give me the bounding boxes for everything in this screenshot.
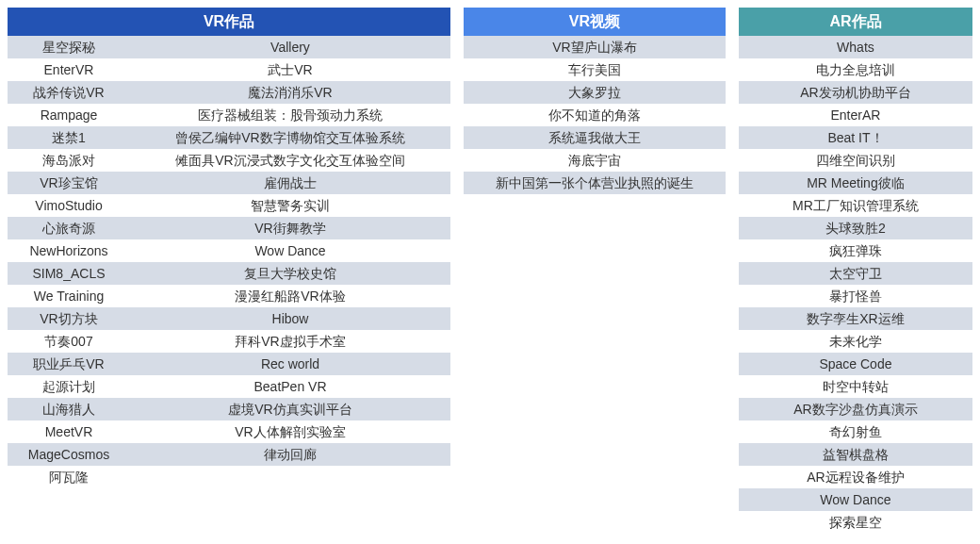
vrworks-cell: 心旅奇源 <box>8 217 130 239</box>
arworks-cell: AR发动机协助平台 <box>739 81 972 104</box>
vrworks-body: 星空探秘ValleryEnterVR武士VR战斧传说VR魔法消消乐VRRampa… <box>8 36 450 488</box>
table-row: AR数字沙盘仿真演示 <box>739 398 972 420</box>
vrworks-cell: 傩面具VR沉浸式数字文化交互体验空间 <box>130 149 450 172</box>
vrworks-section: VR作品 星空探秘ValleryEnterVR武士VR战斧传说VR魔法消消乐VR… <box>8 8 450 488</box>
table-row: 大象罗拉 <box>464 81 726 104</box>
table-row: 数字孪生XR运维 <box>739 307 972 330</box>
vrworks-cell: NewHorizons <box>8 239 130 262</box>
arworks-cell: 未来化学 <box>739 330 972 353</box>
table-row: 海岛派对傩面具VR沉浸式数字文化交互体验空间 <box>8 149 450 172</box>
table-row: Beat IT！ <box>739 126 972 149</box>
vrvideo-cell: 大象罗拉 <box>464 81 726 104</box>
table-row: 阿瓦隆 <box>8 466 450 488</box>
vrworks-header: VR作品 <box>8 8 450 36</box>
table-row: MR工厂知识管理系统 <box>739 194 972 217</box>
vrworks-cell: SIM8_ACLS <box>8 262 130 285</box>
vrworks-cell: 武士VR <box>130 58 450 81</box>
vrworks-cell: 职业乒乓VR <box>8 353 130 375</box>
vrworks-cell: 拜科VR虚拟手术室 <box>130 330 450 353</box>
vrworks-cell: 迷禁1 <box>8 126 130 149</box>
vrworks-cell: EnterVR <box>8 58 130 81</box>
vrworks-cell: 战斧传说VR <box>8 81 130 104</box>
vrworks-cell: Hibow <box>130 307 450 330</box>
vrworks-cell: BeatPen VR <box>130 375 450 398</box>
table-row: We Training漫漫红船路VR体验 <box>8 285 450 307</box>
vrworks-cell: 曾侯乙编钟VR数字博物馆交互体验系统 <box>130 126 450 149</box>
table-row: 太空守卫 <box>739 262 972 285</box>
vrworks-cell: Vallery <box>130 36 450 58</box>
arworks-cell: 探索星空 <box>739 511 972 534</box>
vrvideo-header: VR视频 <box>464 8 726 36</box>
vrworks-cell: VR街舞教学 <box>130 217 450 239</box>
arworks-cell: 四维空间识别 <box>739 149 972 172</box>
arworks-cell: EnterAR <box>739 104 972 126</box>
arworks-cell: 疯狂弹珠 <box>739 239 972 262</box>
vrworks-cell: MeetVR <box>8 420 130 443</box>
arworks-section: AR作品 Whats电力全息培训AR发动机协助平台EnterARBeat IT！… <box>739 8 972 534</box>
vrworks-cell: VR珍宝馆 <box>8 172 130 194</box>
table-row: 星空探秘Vallery <box>8 36 450 58</box>
table-row: AR远程设备维护 <box>739 466 972 488</box>
table-row: 疯狂弹珠 <box>739 239 972 262</box>
vrvideo-cell: 车行美国 <box>464 58 726 81</box>
vrvideo-cell: 海底宇宙 <box>464 149 726 172</box>
table-row: 益智棋盘格 <box>739 443 972 466</box>
table-row: EnterAR <box>739 104 972 126</box>
table-row: 探索星空 <box>739 511 972 534</box>
vrvideo-cell: VR望庐山瀑布 <box>464 36 726 58</box>
table-row: VimoStudio智慧警务实训 <box>8 194 450 217</box>
vrworks-cell: 节奏007 <box>8 330 130 353</box>
arworks-cell: Wow Dance <box>739 488 972 511</box>
table-row: Wow Dance <box>739 488 972 511</box>
arworks-cell: 暴打怪兽 <box>739 285 972 307</box>
table-row: 奇幻射鱼 <box>739 420 972 443</box>
table-row: Rampage医疗器械组装：股骨颈动力系统 <box>8 104 450 126</box>
arworks-cell: MR Meeting彼临 <box>739 172 972 194</box>
table-row: EnterVR武士VR <box>8 58 450 81</box>
arworks-cell: 时空中转站 <box>739 375 972 398</box>
table-row: 暴打怪兽 <box>739 285 972 307</box>
vrworks-cell: VimoStudio <box>8 194 130 217</box>
table-row: 节奏007拜科VR虚拟手术室 <box>8 330 450 353</box>
table-row: 未来化学 <box>739 330 972 353</box>
vrworks-cell: MageCosmos <box>8 443 130 466</box>
vrworks-cell: 漫漫红船路VR体验 <box>130 285 450 307</box>
table-row: 你不知道的角落 <box>464 104 726 126</box>
vrworks-cell: VR切方块 <box>8 307 130 330</box>
vrworks-cell: 魔法消消乐VR <box>130 81 450 104</box>
vrworks-cell: 雇佣战士 <box>130 172 450 194</box>
table-row: 山海猎人虚境VR仿真实训平台 <box>8 398 450 420</box>
table-row: 海底宇宙 <box>464 149 726 172</box>
arworks-cell: 太空守卫 <box>739 262 972 285</box>
arworks-cell: Beat IT！ <box>739 126 972 149</box>
table-row: 四维空间识别 <box>739 149 972 172</box>
arworks-cell: Whats <box>739 36 972 58</box>
vrvideo-cell: 你不知道的角落 <box>464 104 726 126</box>
vrvideo-cell: 新中国第一张个体营业执照的诞生 <box>464 172 726 194</box>
vrworks-cell: Rampage <box>8 104 130 126</box>
vrvideo-cell: 系统逼我做大王 <box>464 126 726 149</box>
vrworks-cell: 虚境VR仿真实训平台 <box>130 398 450 420</box>
vrworks-cell: Rec world <box>130 353 450 375</box>
table-row: 头球致胜2 <box>739 217 972 239</box>
table-row: 战斧传说VR魔法消消乐VR <box>8 81 450 104</box>
table-row: 电力全息培训 <box>739 58 972 81</box>
table-row: Whats <box>739 36 972 58</box>
vrworks-cell: 起源计划 <box>8 375 130 398</box>
table-row: 迷禁1曾侯乙编钟VR数字博物馆交互体验系统 <box>8 126 450 149</box>
vrvideo-body: VR望庐山瀑布车行美国大象罗拉你不知道的角落系统逼我做大王海底宇宙新中国第一张个… <box>464 36 726 194</box>
vrworks-cell: 智慧警务实训 <box>130 194 450 217</box>
table-row: MR Meeting彼临 <box>739 172 972 194</box>
table-row: NewHorizonsWow Dance <box>8 239 450 262</box>
arworks-header: AR作品 <box>739 8 972 36</box>
table-row: 时空中转站 <box>739 375 972 398</box>
table-row: 起源计划BeatPen VR <box>8 375 450 398</box>
table-row: 系统逼我做大王 <box>464 126 726 149</box>
arworks-cell: 头球致胜2 <box>739 217 972 239</box>
table-row: Space Code <box>739 353 972 375</box>
arworks-cell: 奇幻射鱼 <box>739 420 972 443</box>
table-row: SIM8_ACLS复旦大学校史馆 <box>8 262 450 285</box>
arworks-cell: AR远程设备维护 <box>739 466 972 488</box>
table-row: AR发动机协助平台 <box>739 81 972 104</box>
table-row: 职业乒乓VRRec world <box>8 353 450 375</box>
